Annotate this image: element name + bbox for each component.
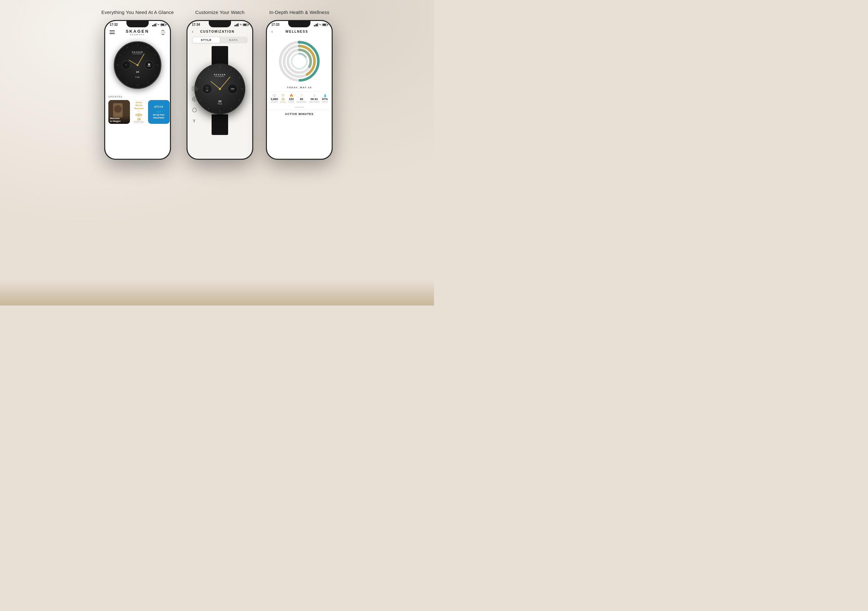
watch-brand-text: SKAGEN DENMARK (132, 51, 143, 55)
tab-style[interactable]: STYLE (192, 37, 220, 43)
stat-resting: ♡ 65 RESTING (297, 94, 306, 103)
phone-1-status-icons: ∿ (152, 23, 166, 26)
main-container: Everything You Need At A Glance 17:32 ∿ (0, 0, 434, 305)
watch-face-display: SKAGEN DENMARK ♡ ☎ 3980 (114, 41, 161, 89)
section-title-1: Everything You Need At A Glance (101, 9, 174, 15)
watch-case: SKAGEN DENMARK ♡ 83 3980 (194, 63, 245, 114)
signal-bars-3 (314, 23, 318, 26)
sleep-stat-label: HRS MINS (309, 101, 319, 103)
sleep-stat-value: 06:41 (310, 97, 318, 101)
signal-bars (152, 23, 156, 26)
svg-line-8 (119, 75, 121, 76)
active-minutes-title: ACTIVE MINUTES (271, 113, 327, 116)
page-title-customization: CUSTOMIZATION (200, 30, 234, 33)
active-title: Active MinuteReached ! (134, 101, 144, 113)
phone-2-inner: 17:34 ∿ (188, 21, 252, 159)
watch-face-container: SKAGEN DENMARK ♡ ☎ 3980 (105, 38, 170, 93)
svg-line-11 (127, 47, 128, 48)
watch-2-brand: SKAGEN DENMARK (214, 74, 226, 77)
svg-line-23 (239, 77, 240, 78)
alexa-card[interactable]: alexa Set Up YourAlexa Now! (148, 100, 170, 124)
battery-fill-3 (323, 24, 326, 25)
customization-tools: T (191, 85, 198, 124)
phone-2-time: 17:34 (192, 23, 200, 26)
customize-tool[interactable] (191, 95, 198, 103)
text-tool[interactable]: T (191, 117, 198, 124)
svg-point-41 (298, 41, 301, 44)
active-minutes-card[interactable]: Active MinuteReached ! 26 MINUTES (132, 100, 146, 124)
active-minutes-section: ACTIVE MINUTES (267, 110, 332, 118)
watch-2-center (219, 88, 221, 90)
mins-stat-value: 26 (282, 97, 285, 101)
alexa-smile-icon (156, 109, 162, 113)
band-top-texture (212, 46, 228, 65)
cals-stat-label: CALS (288, 101, 294, 103)
cals-icon: 🔥 (290, 94, 293, 97)
svg-line-5 (147, 82, 148, 83)
stat-sleep: ☽ 06:41 HRS MINS (309, 94, 319, 103)
spo2-stat-value: 97% (322, 97, 328, 101)
welcome-card[interactable]: Welcometo Skagen (108, 100, 130, 124)
cals-stat-value: 222 (289, 97, 294, 101)
phone-3: 17:33 ∿ (266, 20, 333, 160)
phone-2-status-icons: ∿ (234, 23, 248, 26)
svg-point-15 (194, 99, 195, 100)
watch-center-dot (136, 64, 138, 66)
wifi-icon-3: ∿ (319, 23, 321, 26)
svg-line-29 (200, 100, 201, 101)
skagen-logo: SKAGEN DENMARK (126, 29, 149, 36)
section-title-2: Customize Your Watch (195, 9, 244, 15)
battery-fill (161, 24, 164, 25)
watch-2-date: 24 TUE (218, 100, 222, 105)
wifi-icon-2: ∿ (240, 23, 242, 26)
updates-label: UPDATES (108, 95, 167, 98)
spo2-stat-label: SPO2 (322, 101, 328, 103)
mins-icon: ⏱ (282, 94, 285, 97)
watch-face-2: SKAGEN DENMARK ♡ 83 3980 (194, 63, 245, 114)
svg-line-31 (200, 77, 201, 78)
svg-line-10 (119, 55, 121, 55)
tab-data[interactable]: DATA (220, 37, 247, 43)
watch-date: 24 TUE (135, 71, 140, 79)
svg-line-22 (231, 69, 232, 70)
scroll-bar (294, 107, 304, 108)
theme-tool[interactable] (191, 106, 198, 114)
svg-line-25 (239, 100, 240, 101)
resting-stat-label: RESTING (297, 101, 306, 103)
svg-line-2 (155, 55, 156, 55)
back-button[interactable]: ‹ (192, 29, 194, 34)
svg-rect-12 (192, 87, 197, 91)
watch-2-subdial-right: 3980 (228, 84, 238, 94)
steps-icon: ⬡ (273, 94, 276, 97)
battery-icon (160, 23, 166, 26)
mins-stat-label: MINS (281, 101, 286, 103)
wifi-icon: ∿ (157, 23, 160, 26)
watch-nav-icon[interactable]: ⌚ (160, 30, 166, 35)
phone-section-3: In-Depth Health & Wellness 17:33 ∿ (266, 9, 333, 160)
watch-2-subdial-left: ♡ 83 (202, 84, 212, 94)
wellness-rings-svg (277, 39, 321, 84)
wellness-date: TODAY, MAY 24 (267, 86, 332, 89)
phone-section-2: Customize Your Watch 17:34 ∿ (186, 9, 253, 160)
wellness-back-button[interactable]: ‹ (271, 29, 273, 34)
camera-tool[interactable] (191, 85, 198, 92)
resting-stat-value: 65 (300, 97, 303, 101)
phone-3-status-icons: ∿ (314, 23, 327, 26)
steps-value: 3980 (147, 66, 150, 67)
active-mins-label: MINUTES (134, 121, 144, 123)
steps-stat-value: 3,980 (271, 97, 278, 101)
hamburger-menu[interactable] (110, 29, 115, 35)
wellness-header: ‹ WELLNESS (267, 27, 332, 37)
alexa-logo: alexa (154, 105, 163, 108)
alexa-cta-text: Set Up YourAlexa Now! (153, 114, 164, 119)
watch-brand-sub: DENMARK (132, 53, 143, 55)
svg-line-7 (127, 82, 128, 83)
brand-sub: DENMARK (126, 34, 149, 36)
svg-line-4 (155, 75, 156, 76)
phone-1-inner: 17:32 ∿ (105, 21, 170, 159)
active-circle (135, 114, 143, 116)
svg-line-28 (208, 108, 209, 109)
phone-3-notch (288, 21, 310, 27)
svg-line-1 (147, 47, 148, 48)
wellness-rings-container (267, 37, 332, 85)
